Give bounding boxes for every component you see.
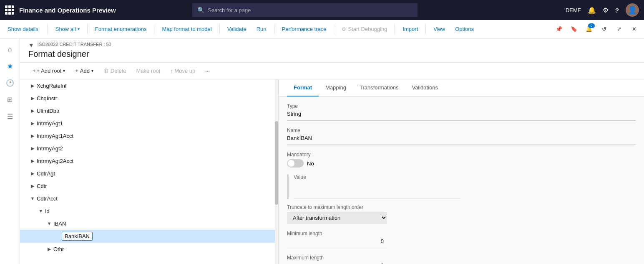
add-root-button[interactable]: + + Add root ▾ — [28, 66, 69, 76]
mandatory-label: Mandatory — [287, 152, 636, 157]
top-nav-bar: Finance and Operations Preview 🔍 DEMF 🔔 … — [0, 0, 644, 20]
tree-item-intrmyAgt1Acct[interactable]: ▶ IntrmyAgt1Acct — [20, 129, 278, 142]
tree-scrollbar[interactable] — [275, 79, 278, 264]
tab-format[interactable]: Format — [287, 79, 319, 96]
add-icon: + — [75, 68, 78, 74]
move-up-button[interactable]: ↑ Move up — [166, 66, 199, 76]
user-avatar[interactable]: 👤 — [626, 3, 639, 17]
pin-icon-button[interactable]: 📌 — [552, 23, 566, 36]
notification-icon[interactable]: 🔔 — [588, 6, 596, 14]
toolbar-separator-7 — [395, 24, 395, 34]
value-input[interactable] — [294, 182, 460, 198]
filter-icon[interactable]: ▼ — [28, 42, 34, 48]
toolbar-separator-1 — [48, 24, 48, 34]
mandatory-toggle[interactable] — [287, 159, 304, 168]
start-debugging-button[interactable]: ⚙ Start Debugging — [337, 24, 391, 34]
format-enumerations-button[interactable]: Format enumerations — [91, 24, 151, 34]
toolbar-separator-3 — [154, 24, 154, 34]
tree-item-chqInstr[interactable]: ▶ ChqInstr — [20, 92, 278, 104]
min-length-value[interactable]: 0 — [287, 238, 387, 248]
notification-badge-button[interactable]: 🔔0 — [582, 23, 596, 36]
global-search[interactable]: 🔍 — [192, 3, 418, 17]
tree-scroll-thumb — [275, 121, 278, 205]
max-length-value[interactable]: 0 — [287, 262, 387, 264]
show-details-button[interactable]: Show details — [3, 24, 43, 34]
add-button[interactable]: + Add ▾ — [71, 66, 98, 76]
options-button[interactable]: Options — [451, 24, 478, 34]
min-length-property: Minimum length 0 — [287, 231, 636, 248]
tree-item-iban[interactable]: ▼ IBAN — [20, 217, 278, 230]
value-label: Value — [294, 174, 460, 180]
tab-transformations[interactable]: Transformations — [353, 79, 405, 96]
page-title: Format designer — [28, 49, 636, 59]
list-sidebar-button[interactable]: ☰ — [3, 109, 18, 124]
chevron-down-icon: ▼ — [28, 196, 37, 201]
tree-item-id[interactable]: ▼ Id — [20, 205, 278, 217]
make-root-button[interactable]: Make root — [132, 66, 165, 76]
selected-item-label: BankIBAN — [62, 232, 93, 241]
breadcrumb: ISO20022 CREDIT TRANSFER : 50 — [38, 42, 111, 47]
tree-item-cdtr[interactable]: ▶ Cdtr — [20, 180, 278, 192]
map-format-to-model-button[interactable]: Map format to model — [158, 24, 216, 34]
chevron-right-icon: ▶ — [28, 171, 37, 176]
run-button[interactable]: Run — [252, 24, 271, 34]
app-title: Finance and Operations Preview — [19, 7, 116, 14]
tree-item-xchrateInf[interactable]: ▶ XchgRateInf — [20, 79, 278, 92]
page-header: ▼ ISO20022 CREDIT TRANSFER : 50 Format d… — [20, 38, 644, 63]
chevron-right-icon: ▶ — [28, 96, 37, 101]
expand-icon-button[interactable]: ⤢ — [612, 23, 626, 36]
help-icon[interactable]: ? — [615, 7, 619, 14]
tree-item-othr[interactable]: ▶ Othr — [20, 243, 278, 255]
tree-item-intrmyAgt2[interactable]: ▶ IntrmyAgt2 — [20, 142, 278, 155]
truncate-select[interactable]: After transformation — [287, 212, 387, 224]
chevron-right-icon: ▶ — [28, 158, 37, 164]
star-sidebar-button[interactable]: ★ — [3, 58, 18, 74]
chevron-right-icon: ▶ — [28, 133, 37, 139]
search-input[interactable] — [208, 7, 413, 13]
settings-icon[interactable]: ⚙ — [603, 6, 609, 14]
content-area: ▼ ISO20022 CREDIT TRANSFER : 50 Format d… — [20, 38, 644, 264]
import-button[interactable]: Import — [398, 24, 422, 34]
recent-sidebar-button[interactable]: 🕐 — [3, 75, 18, 90]
chevron-down-icon: ▼ — [45, 221, 53, 226]
value-field-wrapper: Value — [294, 174, 460, 198]
tree-item-cdtrAcct[interactable]: ▼ CdtrAcct — [20, 192, 278, 205]
close-icon-button[interactable]: ✕ — [627, 23, 641, 36]
show-all-button[interactable]: Show all ▾ — [51, 24, 84, 34]
tree-item-cdtrAgt[interactable]: ▶ CdtrAgt — [20, 167, 278, 180]
tree-item-intrmyAgt1[interactable]: ▶ IntrmyAgt1 — [20, 117, 278, 129]
show-all-chevron-icon: ▾ — [78, 27, 80, 31]
add-chevron-icon: ▾ — [91, 69, 93, 73]
toolbar-separator-8 — [425, 24, 426, 34]
debug-icon: ⚙ — [342, 26, 346, 32]
nav-right-area: DEMF 🔔 ⚙ ? 👤 — [566, 3, 639, 17]
table-sidebar-button[interactable]: ⊞ — [3, 92, 18, 107]
main-layout: ⌂ ★ 🕐 ⊞ ☰ ▼ ISO20022 CREDIT TRANSFER : 5… — [0, 38, 644, 264]
tree-item-intrmyAgt2Acct[interactable]: ▶ IntrmyAgt2Acct — [20, 155, 278, 167]
more-button[interactable]: ··· — [201, 66, 214, 76]
app-grid-icon[interactable] — [5, 5, 14, 15]
chevron-right-icon: ▶ — [28, 183, 37, 189]
refresh-icon-button[interactable]: ↺ — [597, 23, 611, 36]
name-value[interactable]: BankIBAN — [287, 135, 636, 145]
view-button[interactable]: View — [429, 24, 449, 34]
tab-mapping[interactable]: Mapping — [319, 79, 353, 96]
split-panel: ▶ XchgRateInf ▶ ChqInstr ▶ UltmtDbtr ▶ I — [20, 79, 644, 264]
delete-button[interactable]: 🗑 Delete — [99, 66, 131, 76]
type-value: String — [287, 111, 636, 121]
bookmark-icon-button[interactable]: 🔖 — [567, 23, 581, 36]
toolbar-separator-4 — [219, 24, 220, 34]
tree-item-bankIBAN[interactable]: BankIBAN — [20, 230, 278, 243]
tab-validations[interactable]: Validations — [405, 79, 445, 96]
validate-button[interactable]: Validate — [223, 24, 251, 34]
truncate-label: Truncate to maximum length order — [287, 204, 636, 210]
tree-item-ultmtDbtr[interactable]: ▶ UltmtDbtr — [20, 104, 278, 117]
truncate-property: Truncate to maximum length order After t… — [287, 204, 636, 224]
toolbar-separator-5 — [274, 24, 274, 34]
chevron-down-icon: ▼ — [37, 208, 45, 213]
performance-trace-button[interactable]: Performance trace — [278, 24, 331, 34]
toggle-knob — [288, 160, 294, 167]
chevron-right-icon: ▶ — [28, 146, 37, 151]
home-sidebar-button[interactable]: ⌂ — [3, 42, 18, 57]
tree-panel: ▶ XchgRateInf ▶ ChqInstr ▶ UltmtDbtr ▶ I — [20, 79, 279, 264]
